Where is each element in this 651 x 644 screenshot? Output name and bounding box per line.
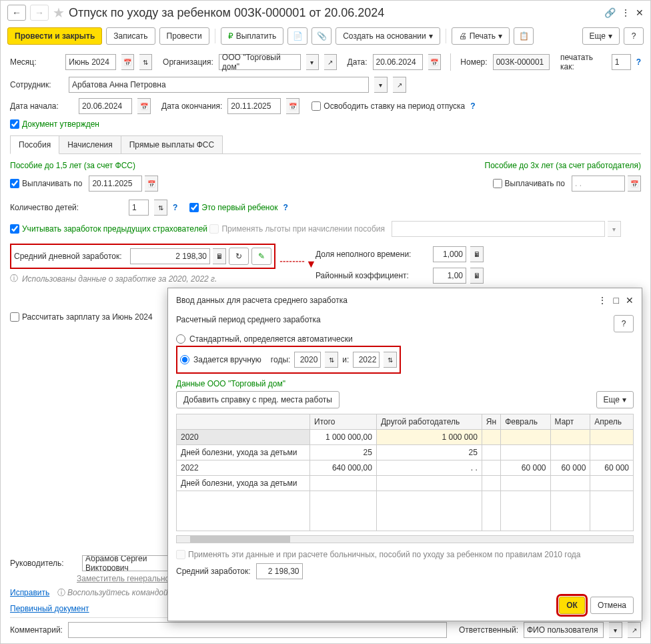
print-button[interactable]: 🖨 Печать ▾ xyxy=(452,27,510,45)
period-auto-label: Стандартный, определяется автоматически xyxy=(189,334,353,344)
calendar-icon[interactable]: 📅 xyxy=(628,176,641,192)
dialog-help-button[interactable]: ? xyxy=(614,315,634,332)
year2-field[interactable]: 2022 xyxy=(353,352,380,368)
first-child-label: Это первый ребенок xyxy=(201,203,277,212)
pay-until-label: Выплачивать по xyxy=(22,179,82,188)
approved-checkbox[interactable] xyxy=(10,119,19,129)
attach-icon-button[interactable]: 📎 xyxy=(311,27,332,45)
calendar-icon[interactable]: 📅 xyxy=(137,98,151,114)
spinner-icon[interactable]: ⇅ xyxy=(154,200,167,216)
responsible-field[interactable]: ФИО пользователя xyxy=(524,622,604,638)
dialog-more-icon[interactable]: ⋮ xyxy=(598,295,607,306)
spinner-icon[interactable]: ⇅ xyxy=(325,352,338,368)
pay-until-3-date[interactable]: . . xyxy=(572,176,625,192)
report-icon-button[interactable]: 📋 xyxy=(514,27,534,45)
num-label: Номер: xyxy=(460,57,487,67)
comment-field[interactable] xyxy=(68,622,447,638)
num-field: 00ЗК-000001 xyxy=(493,54,550,70)
add-reference-button[interactable]: Добавить справку с пред. места работы xyxy=(176,391,340,408)
first-child-checkbox[interactable] xyxy=(189,203,199,212)
calc-icon[interactable]: 🖩 xyxy=(470,268,484,284)
calendar-icon[interactable]: 📅 xyxy=(145,176,158,192)
calc-icon[interactable]: 🖩 xyxy=(470,246,484,262)
children-count-field[interactable]: 1 xyxy=(129,200,149,216)
close-icon[interactable]: ✕ xyxy=(636,7,644,18)
dialog-title: Ввод данных для расчета среднего заработ… xyxy=(176,296,348,305)
benefit-3-header: Пособие до 3х лет (за счет работодателя) xyxy=(485,161,642,170)
dialog-close-icon[interactable]: ✕ xyxy=(626,295,634,306)
col-apr: Апрель xyxy=(590,414,634,430)
period-auto-radio[interactable] xyxy=(176,334,185,344)
nav-back-button[interactable]: ← xyxy=(7,5,26,21)
region-coef-field[interactable]: 1,00 xyxy=(433,268,466,284)
recalc-salary-label: Рассчитать зарплату за Июнь 2024 xyxy=(22,312,153,322)
dropdown-icon[interactable]: ▾ xyxy=(306,54,319,70)
calc-icon[interactable]: 🖩 xyxy=(213,248,226,264)
more-button[interactable]: Еще ▾ xyxy=(582,27,620,45)
help-icon[interactable]: ? xyxy=(283,203,287,212)
date-field[interactable]: 20.06.2024 xyxy=(373,54,424,70)
start-date-field[interactable]: 20.06.2024 xyxy=(79,98,132,114)
tab-accruals[interactable]: Начисления xyxy=(59,135,121,153)
help-icon[interactable]: ? xyxy=(173,203,177,212)
recalc-salary-checkbox[interactable] xyxy=(10,312,19,322)
avg-daily-label: Средний дневной заработок: xyxy=(14,252,127,261)
period-manual-label: Задается вручную xyxy=(193,355,261,364)
avg-earnings-dialog: Ввод данных для расчета среднего заработ… xyxy=(167,288,642,621)
table-scrollbar[interactable] xyxy=(176,535,634,543)
refresh-button[interactable]: ↻ xyxy=(229,248,249,265)
create-based-button[interactable]: Создать на основании ▾ xyxy=(336,27,440,45)
spinner-icon[interactable]: ⇅ xyxy=(139,54,152,70)
ok-button[interactable]: ОК xyxy=(559,597,585,614)
part-time-field[interactable]: 1,000 xyxy=(433,246,466,262)
calendar-icon[interactable]: 📅 xyxy=(121,54,134,70)
help-button[interactable]: ? xyxy=(624,27,644,45)
end-date-field[interactable]: 20.11.2025 xyxy=(227,98,281,114)
window-title: Отпуск по уходу за ребенком 00ЗК-000001 … xyxy=(69,6,384,20)
pay-until-3-checkbox[interactable] xyxy=(493,179,502,188)
dropdown-icon[interactable]: ▾ xyxy=(609,622,622,638)
col-feb: Февраль xyxy=(501,414,550,430)
primary-doc-link[interactable]: Первичный документ xyxy=(10,604,89,613)
print-as-field[interactable]: 1 xyxy=(612,54,631,70)
benefit-15-header: Пособие до 1,5 лет (за счет ФСС) xyxy=(10,161,135,170)
edit-button[interactable]: ✎ xyxy=(251,248,271,265)
tab-benefits[interactable]: Пособия xyxy=(10,135,59,154)
free-rate-checkbox[interactable] xyxy=(311,101,321,111)
fix-link[interactable]: Исправить xyxy=(10,588,49,597)
help-icon[interactable]: ? xyxy=(636,57,641,67)
avg-daily-field[interactable]: 2 198,30 xyxy=(130,248,210,264)
doc-icon-button[interactable]: 📄 xyxy=(287,27,307,45)
save-button[interactable]: Записать xyxy=(106,27,155,45)
calendar-icon[interactable]: 📅 xyxy=(428,54,441,70)
post-and-close-button[interactable]: Провести и закрыть xyxy=(7,27,102,45)
nav-forward-button[interactable]: → xyxy=(30,5,49,21)
pay-button[interactable]: ₽Выплатить xyxy=(221,27,284,45)
more-icon[interactable]: ⋮ xyxy=(621,7,630,18)
org-field[interactable]: ООО "Торговый дом" xyxy=(219,54,301,70)
dialog-more-button[interactable]: Еще ▾ xyxy=(596,391,634,408)
help-icon[interactable]: ? xyxy=(470,101,475,111)
calendar-icon[interactable]: 📅 xyxy=(286,98,299,114)
pay-until-date[interactable]: 20.11.2025 xyxy=(89,176,142,192)
link-icon[interactable]: 🔗 xyxy=(604,7,616,18)
apply-2010-label: Применять эти данные и при расчете больн… xyxy=(188,550,581,559)
prev-insurers-checkbox[interactable] xyxy=(10,224,19,234)
dropdown-icon[interactable]: ▾ xyxy=(374,77,388,93)
earnings-table[interactable]: Итого Другой работодатель Ян Февраль Мар… xyxy=(176,414,634,531)
dialog-maximize-icon[interactable]: □ xyxy=(614,295,619,306)
period-manual-radio[interactable] xyxy=(180,355,189,364)
open-icon[interactable]: ↗ xyxy=(628,622,641,638)
pay-until-checkbox[interactable] xyxy=(10,179,19,188)
cancel-button[interactable]: Отмена xyxy=(590,597,634,614)
month-field[interactable]: Июнь 2024 xyxy=(65,54,116,70)
employee-field[interactable]: Арбатова Анна Петровна xyxy=(69,77,369,93)
spinner-icon[interactable]: ⇅ xyxy=(384,352,397,368)
open-icon[interactable]: ↗ xyxy=(324,54,337,70)
open-icon[interactable]: ↗ xyxy=(393,77,406,93)
col-jan: Ян xyxy=(482,414,500,430)
post-button[interactable]: Провести xyxy=(159,27,209,45)
favorite-star-icon[interactable]: ★ xyxy=(53,5,65,21)
year1-field[interactable]: 2020 xyxy=(294,352,321,368)
tab-fss[interactable]: Прямые выплаты ФСС xyxy=(121,135,223,153)
